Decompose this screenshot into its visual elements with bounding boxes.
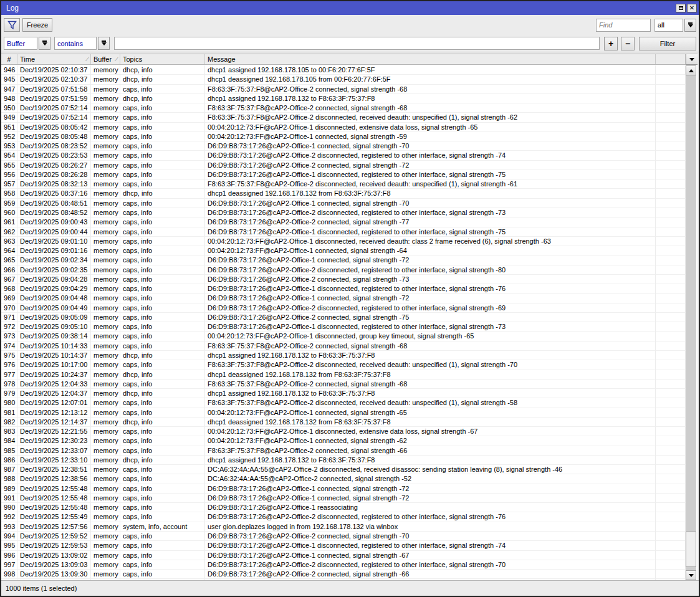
table-row[interactable]: 971Dec/19/2025 09:05:09memorycaps, infoD… <box>1 313 686 322</box>
table-row[interactable]: 988Dec/19/2025 12:38:56memorycaps, infoD… <box>1 474 686 484</box>
scope-select[interactable]: all <box>654 19 683 32</box>
table-row[interactable]: 949Dec/19/2025 07:52:14memorycaps, infoF… <box>1 113 686 122</box>
table-row[interactable]: 962Dec/19/2025 09:00:44memorycaps, infoD… <box>1 227 686 237</box>
table-row[interactable]: 966Dec/19/2025 09:02:35memorycaps, infoD… <box>1 265 686 275</box>
apply-filter-button[interactable]: Filter <box>639 37 696 50</box>
table-row[interactable]: 952Dec/19/2025 08:05:48memorycaps, info0… <box>1 132 686 141</box>
table-row[interactable]: 955Dec/19/2025 08:26:27memorycaps, infoD… <box>1 161 686 170</box>
table-row[interactable]: 998Dec/19/2025 13:09:30memorycaps, infoD… <box>1 570 686 579</box>
table-row[interactable]: 983Dec/19/2025 12:21:55memorycaps, info0… <box>1 427 686 436</box>
cell-message: 00:04:20:12:73:FF@cAP2-Office-1 disconne… <box>205 427 656 436</box>
quick-filter-button[interactable] <box>4 18 20 32</box>
table-row[interactable]: 994Dec/19/2025 12:59:52memorycaps, infoD… <box>1 532 686 541</box>
cell-topics: caps, info <box>120 341 205 351</box>
maximize-button[interactable] <box>676 4 686 12</box>
table-row[interactable]: 961Dec/19/2025 09:00:43memorycaps, infoD… <box>1 217 686 227</box>
table-row[interactable]: 950Dec/19/2025 07:52:14memorycaps, infoF… <box>1 103 686 113</box>
table-row[interactable]: 991Dec/19/2025 12:55:48memorycaps, infoD… <box>1 494 686 503</box>
table-row[interactable]: 968Dec/19/2025 09:04:29memorycaps, infoD… <box>1 284 686 294</box>
table-row[interactable]: 976Dec/19/2025 10:17:00memorycaps, infoF… <box>1 360 686 370</box>
cell-buffer: memory <box>91 360 120 370</box>
table-row[interactable]: 981Dec/19/2025 12:13:12memorycaps, info0… <box>1 408 686 418</box>
cell-topics: caps, info <box>120 199 205 208</box>
table-row[interactable]: 979Dec/19/2025 12:04:37memorydhcp, infod… <box>1 389 686 398</box>
scroll-up-button[interactable] <box>686 65 696 75</box>
column-header-buffer[interactable]: Buffer∕ <box>91 54 120 64</box>
table-row[interactable]: 990Dec/19/2025 12:55:48memorycaps, infoD… <box>1 503 686 512</box>
table-row[interactable]: 959Dec/19/2025 08:48:51memorycaps, infoD… <box>1 199 686 208</box>
table-row[interactable]: 986Dec/19/2025 12:33:10memorydhcp, infod… <box>1 456 686 465</box>
cell-time: Dec/19/2025 09:04:48 <box>17 294 91 303</box>
filter-query-input[interactable] <box>114 37 600 50</box>
table-row[interactable]: 945Dec/19/2025 02:10:37memorydhcp, infod… <box>1 75 686 84</box>
cell-time: Dec/19/2025 09:04:28 <box>17 275 91 284</box>
cell-buffer: memory <box>91 427 120 436</box>
column-header-message[interactable]: Message <box>205 54 656 64</box>
table-row[interactable]: 948Dec/19/2025 07:51:59memorydhcp, infod… <box>1 94 686 103</box>
column-header-topics[interactable]: Topics <box>120 54 205 64</box>
remove-filter-button[interactable]: − <box>621 37 635 50</box>
table-row[interactable]: 964Dec/19/2025 09:01:16memorycaps, info0… <box>1 246 686 256</box>
table-row[interactable]: 977Dec/19/2025 10:24:37memorydhcp, infod… <box>1 370 686 380</box>
cell-topics: caps, info <box>120 161 205 170</box>
table-row[interactable]: 974Dec/19/2025 10:14:33memorycaps, infoF… <box>1 341 686 351</box>
table-row[interactable]: 946Dec/19/2025 02:10:37memorydhcp, infod… <box>1 65 686 75</box>
table-row[interactable]: 975Dec/19/2025 10:14:37memorydhcp, infod… <box>1 351 686 360</box>
table-row[interactable]: 970Dec/19/2025 09:04:49memorycaps, infoD… <box>1 303 686 313</box>
cell-time: Dec/19/2025 12:59:52 <box>17 532 91 541</box>
find-input[interactable] <box>596 19 651 32</box>
cell-id: 955 <box>1 161 17 170</box>
table-row[interactable]: 992Dec/19/2025 12:55:49memorycaps, infoD… <box>1 512 686 522</box>
table-row[interactable]: 963Dec/19/2025 09:01:10memorycaps, info0… <box>1 237 686 246</box>
table-row[interactable]: 960Dec/19/2025 08:48:52memorycaps, infoD… <box>1 208 686 217</box>
column-header-id[interactable]: # <box>1 54 17 64</box>
table-row[interactable]: 951Dec/19/2025 08:05:42memorycaps, info0… <box>1 123 686 132</box>
cell-buffer: memory <box>91 217 120 227</box>
cell-message: DC:A6:32:4A:AA:55@cAP2-Office-2 connecte… <box>205 474 656 484</box>
table-row[interactable]: 969Dec/19/2025 09:04:48memorycaps, infoD… <box>1 294 686 303</box>
title-bar[interactable]: Log ✕ <box>1 1 699 15</box>
table-row[interactable]: 993Dec/19/2025 12:57:56memorysystem, inf… <box>1 522 686 532</box>
table-row[interactable]: 984Dec/19/2025 12:30:23memorycaps, info0… <box>1 436 686 446</box>
filter-operator-select[interactable]: contains <box>54 37 97 50</box>
table-row[interactable]: 957Dec/19/2025 08:32:13memorycaps, infoF… <box>1 179 686 189</box>
cell-topics: caps, info <box>120 151 205 160</box>
vertical-scrollbar[interactable] <box>686 65 696 580</box>
cell-filler <box>656 303 686 313</box>
table-row[interactable]: 978Dec/19/2025 12:04:33memorycaps, infoF… <box>1 380 686 389</box>
table-row[interactable]: 989Dec/19/2025 12:55:48memorycaps, infoD… <box>1 484 686 494</box>
table-row[interactable]: 953Dec/19/2025 08:23:52memorycaps, infoD… <box>1 141 686 151</box>
column-header-time[interactable]: Time∕ <box>17 54 91 64</box>
table-row[interactable]: 996Dec/19/2025 13:09:02memorycaps, infoD… <box>1 551 686 560</box>
filter-field-dropdown-button[interactable] <box>39 37 50 50</box>
table-row[interactable]: 958Dec/19/2025 08:37:16memorydhcp, infod… <box>1 189 686 198</box>
table-row[interactable]: 965Dec/19/2025 09:02:34memorycaps, infoD… <box>1 256 686 265</box>
filter-field-select[interactable]: Buffer <box>4 37 37 50</box>
scope-dropdown-button[interactable] <box>684 19 696 32</box>
freeze-button[interactable]: Freeze <box>22 18 52 32</box>
table-row[interactable]: 995Dec/19/2025 12:59:53memorycaps, infoD… <box>1 541 686 550</box>
column-chooser-button[interactable] <box>686 54 698 65</box>
scrollbar-thumb[interactable] <box>686 532 696 567</box>
filter-operator-dropdown-button[interactable] <box>98 37 110 50</box>
cell-topics: caps, info <box>120 275 205 284</box>
table-row[interactable]: 956Dec/19/2025 08:26:28memorycaps, infoD… <box>1 170 686 179</box>
table-row[interactable]: 967Dec/19/2025 09:04:28memorycaps, infoD… <box>1 275 686 284</box>
table-row[interactable]: 985Dec/19/2025 12:33:07memorycaps, infoF… <box>1 446 686 456</box>
table-row[interactable]: 954Dec/19/2025 08:23:53memorycaps, infoD… <box>1 151 686 160</box>
cell-buffer: memory <box>91 398 120 408</box>
table-row[interactable]: 972Dec/19/2025 09:05:10memorycaps, infoD… <box>1 322 686 332</box>
cell-topics: caps, info <box>120 103 205 113</box>
cell-id: 981 <box>1 408 17 418</box>
table-row[interactable]: 982Dec/19/2025 12:14:37memorydhcp, infod… <box>1 418 686 427</box>
table-row[interactable]: 980Dec/19/2025 12:07:01memorycaps, infoF… <box>1 398 686 408</box>
table-row[interactable]: 973Dec/19/2025 09:38:14memorycaps, info0… <box>1 332 686 341</box>
table-row[interactable]: 947Dec/19/2025 07:51:58memorycaps, infoF… <box>1 85 686 94</box>
table-row[interactable]: 987Dec/19/2025 12:38:51memorycaps, infoD… <box>1 465 686 474</box>
cell-id: 980 <box>1 398 17 408</box>
sort-icon: ∕ <box>87 56 88 62</box>
scroll-down-button[interactable] <box>686 570 696 580</box>
add-filter-button[interactable]: + <box>604 37 618 50</box>
close-button[interactable]: ✕ <box>687 4 697 12</box>
table-row[interactable]: 997Dec/19/2025 13:09:03memorycaps, infoD… <box>1 560 686 570</box>
